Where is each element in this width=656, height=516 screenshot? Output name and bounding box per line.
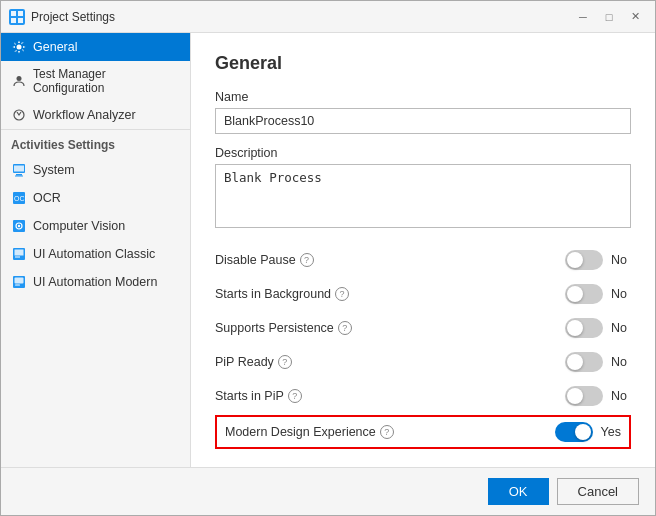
minimize-button[interactable]: ─: [571, 7, 595, 27]
sidebar-item-workflow-label: Workflow Analyzer: [33, 108, 136, 122]
disable-pause-toggle[interactable]: [565, 250, 603, 270]
starts-in-background-label: Starts in Background: [215, 287, 331, 301]
pip-ready-help-icon[interactable]: ?: [278, 355, 292, 369]
sidebar-item-uia-classic[interactable]: UI Automation Classic: [1, 240, 190, 268]
starts-in-pip-toggle[interactable]: [565, 386, 603, 406]
svg-text:OCR: OCR: [14, 195, 26, 202]
svg-rect-17: [15, 250, 24, 256]
title-bar: Project Settings ─ □ ✕: [1, 1, 655, 33]
disable-pause-value: No: [611, 253, 631, 267]
supports-persistence-toggle[interactable]: [565, 318, 603, 338]
system-icon: [11, 162, 27, 178]
starts-in-pip-help-icon[interactable]: ?: [288, 389, 302, 403]
starts-in-pip-label: Starts in PiP: [215, 389, 284, 403]
sidebar-item-test-manager[interactable]: Test Manager Configuration: [1, 61, 190, 101]
cv-icon: [11, 218, 27, 234]
ok-button[interactable]: OK: [488, 478, 549, 505]
supports-persistence-value: No: [611, 321, 631, 335]
starts-in-background-toggle[interactable]: [565, 284, 603, 304]
sidebar-item-general-label: General: [33, 40, 77, 54]
close-button[interactable]: ✕: [623, 7, 647, 27]
svg-rect-10: [14, 166, 24, 172]
setting-starts-in-pip: Starts in PiP ? No: [215, 379, 631, 413]
svg-rect-8: [16, 174, 22, 176]
uia-classic-icon: [11, 246, 27, 262]
starts-in-background-help-icon[interactable]: ?: [335, 287, 349, 301]
gear-icon: [11, 39, 27, 55]
svg-point-15: [18, 225, 20, 227]
description-input[interactable]: Blank Process: [215, 164, 631, 228]
user-icon: [11, 73, 27, 89]
supports-persistence-help-icon[interactable]: ?: [338, 321, 352, 335]
svg-point-4: [17, 45, 22, 50]
svg-rect-0: [11, 11, 16, 16]
activities-settings-section: Activities Settings: [1, 129, 190, 156]
svg-rect-1: [18, 11, 23, 16]
workflow-icon: [11, 107, 27, 123]
sidebar-item-uia-classic-label: UI Automation Classic: [33, 247, 155, 261]
main-panel: General Name Description Blank Process D…: [191, 33, 655, 467]
pip-ready-toggle[interactable]: [565, 352, 603, 372]
content-area: General Test Manager Configuration: [1, 33, 655, 467]
setting-pip-ready: PiP Ready ? No: [215, 345, 631, 379]
svg-rect-21: [15, 285, 20, 286]
sidebar-item-computer-vision[interactable]: Computer Vision: [1, 212, 190, 240]
disable-pause-label: Disable Pause: [215, 253, 296, 267]
starts-in-pip-value: No: [611, 389, 631, 403]
project-settings-window: Project Settings ─ □ ✕ General: [0, 0, 656, 516]
setting-disable-pause: Disable Pause ? No: [215, 243, 631, 277]
svg-rect-18: [15, 257, 20, 258]
pip-ready-label: PiP Ready: [215, 355, 274, 369]
modern-design-experience-help-icon[interactable]: ?: [380, 425, 394, 439]
page-title: General: [215, 53, 631, 74]
ocr-icon: OCR: [11, 190, 27, 206]
starts-in-background-value: No: [611, 287, 631, 301]
setting-supports-persistence: Supports Persistence ? No: [215, 311, 631, 345]
svg-rect-2: [11, 18, 16, 23]
sidebar-item-ocr-label: OCR: [33, 191, 61, 205]
svg-rect-3: [18, 18, 23, 23]
name-label: Name: [215, 90, 631, 104]
modern-design-experience-value: Yes: [601, 425, 621, 439]
setting-modern-design-experience: Modern Design Experience ? Yes: [215, 415, 631, 449]
sidebar-item-cv-label: Computer Vision: [33, 219, 125, 233]
window-controls: ─ □ ✕: [571, 7, 647, 27]
sidebar-item-general[interactable]: General: [1, 33, 190, 61]
footer: OK Cancel: [1, 467, 655, 515]
name-input[interactable]: [215, 108, 631, 134]
maximize-button[interactable]: □: [597, 7, 621, 27]
sidebar-item-uia-modern-label: UI Automation Modern: [33, 275, 157, 289]
modern-design-experience-toggle[interactable]: [555, 422, 593, 442]
sidebar-item-system-label: System: [33, 163, 75, 177]
sidebar: General Test Manager Configuration: [1, 33, 191, 467]
supports-persistence-label: Supports Persistence: [215, 321, 334, 335]
svg-rect-20: [15, 278, 24, 284]
sidebar-item-system[interactable]: System: [1, 156, 190, 184]
cancel-button[interactable]: Cancel: [557, 478, 639, 505]
window-title: Project Settings: [31, 10, 571, 24]
svg-rect-9: [15, 176, 23, 177]
disable-pause-help-icon[interactable]: ?: [300, 253, 314, 267]
sidebar-item-workflow[interactable]: Workflow Analyzer: [1, 101, 190, 129]
app-icon: [9, 9, 25, 25]
description-label: Description: [215, 146, 631, 160]
pip-ready-value: No: [611, 355, 631, 369]
uia-modern-icon: [11, 274, 27, 290]
modern-design-experience-label: Modern Design Experience: [225, 425, 376, 439]
sidebar-item-test-manager-label: Test Manager Configuration: [33, 67, 180, 95]
setting-starts-in-background: Starts in Background ? No: [215, 277, 631, 311]
svg-point-5: [17, 76, 22, 81]
sidebar-item-uia-modern[interactable]: UI Automation Modern: [1, 268, 190, 296]
sidebar-item-ocr[interactable]: OCR OCR: [1, 184, 190, 212]
